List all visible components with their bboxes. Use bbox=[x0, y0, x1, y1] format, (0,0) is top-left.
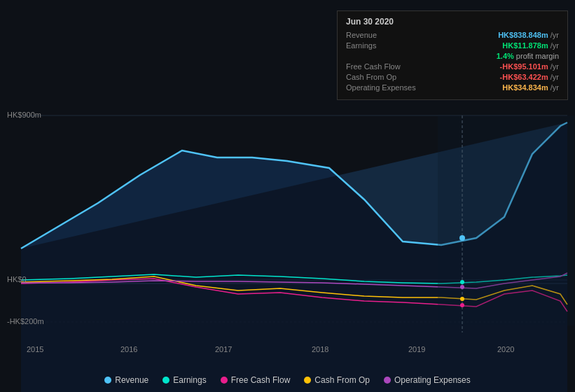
tooltip-earnings-row: Earnings HK$11.878m /yr bbox=[346, 41, 559, 50]
tooltip-revenue-value: HK$838.848m /yr bbox=[498, 31, 559, 39]
legend-cfo-label: Cash From Op bbox=[314, 375, 370, 385]
svg-rect-5 bbox=[438, 115, 574, 326]
tooltip-cfo-row: Cash From Op -HK$63.422m /yr bbox=[346, 73, 559, 81]
x-label-2018: 2018 bbox=[312, 345, 328, 354]
legend-opex-dot bbox=[384, 377, 391, 384]
legend-cfo[interactable]: Cash From Op bbox=[304, 375, 370, 385]
legend-earnings[interactable]: Earnings bbox=[162, 375, 206, 385]
y-axis-mid: HK$0 bbox=[7, 275, 27, 284]
x-label-2019: 2019 bbox=[408, 345, 425, 354]
tooltip-fcf-row: Free Cash Flow -HK$95.101m /yr bbox=[346, 62, 559, 71]
svg-point-9 bbox=[460, 303, 464, 307]
x-label-2017: 2017 bbox=[215, 345, 232, 354]
tooltip-profit-margin: 1.4% profit margin bbox=[346, 52, 559, 60]
tooltip-revenue-label: Revenue bbox=[346, 31, 377, 39]
tooltip-earnings-label: Earnings bbox=[346, 41, 376, 50]
svg-point-10 bbox=[460, 297, 464, 301]
tooltip-opex-row: Operating Expenses HK$34.834m /yr bbox=[346, 83, 559, 92]
tooltip-cfo-label: Cash From Op bbox=[346, 73, 396, 81]
tooltip-panel: Jun 30 2020 Revenue HK$838.848m /yr Earn… bbox=[337, 10, 568, 100]
legend-earnings-dot bbox=[162, 377, 169, 384]
svg-point-11 bbox=[460, 285, 464, 289]
y-axis-bottom: -HK$200m bbox=[7, 317, 44, 326]
svg-point-7 bbox=[459, 235, 465, 241]
tooltip-date: Jun 30 2020 bbox=[346, 17, 559, 27]
tooltip-fcf-value: -HK$95.101m /yr bbox=[500, 62, 559, 71]
y-axis-top: HK$900m bbox=[7, 111, 41, 119]
tooltip-cfo-value: -HK$63.422m /yr bbox=[500, 73, 559, 81]
legend-revenue-dot bbox=[104, 377, 111, 384]
x-label-2016: 2016 bbox=[120, 345, 137, 354]
chart-legend: Revenue Earnings Free Cash Flow Cash Fro… bbox=[0, 375, 575, 385]
legend-earnings-label: Earnings bbox=[173, 375, 206, 385]
tooltip-revenue-row: Revenue HK$838.848m /yr bbox=[346, 31, 559, 39]
legend-opex-label: Operating Expenses bbox=[394, 375, 471, 385]
legend-cfo-dot bbox=[304, 377, 311, 384]
tooltip-fcf-label: Free Cash Flow bbox=[346, 62, 401, 71]
tooltip-earnings-value: HK$11.878m /yr bbox=[502, 41, 559, 50]
x-label-2015: 2015 bbox=[27, 345, 43, 354]
legend-fcf-label: Free Cash Flow bbox=[231, 375, 291, 385]
legend-opex[interactable]: Operating Expenses bbox=[384, 375, 471, 385]
x-label-2020: 2020 bbox=[497, 345, 514, 354]
legend-fcf-dot bbox=[221, 377, 228, 384]
legend-revenue-label: Revenue bbox=[115, 375, 148, 385]
svg-point-8 bbox=[460, 280, 464, 284]
chart-container: HK$900m HK$0 -HK$200m 2015 2016 2017 201… bbox=[0, 0, 575, 392]
tooltip-opex-value: HK$34.834m /yr bbox=[502, 83, 559, 92]
tooltip-opex-label: Operating Expenses bbox=[346, 83, 416, 92]
legend-fcf[interactable]: Free Cash Flow bbox=[221, 375, 291, 385]
legend-revenue[interactable]: Revenue bbox=[104, 375, 148, 385]
